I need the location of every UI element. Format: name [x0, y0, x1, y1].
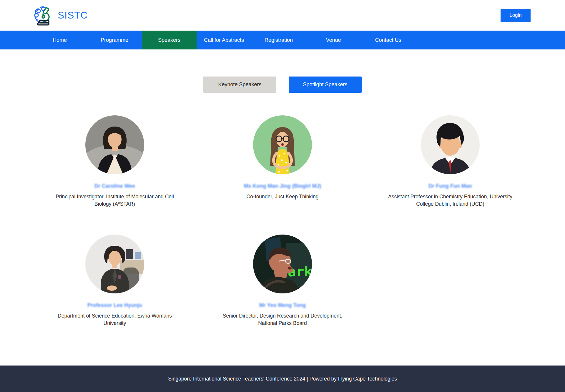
speaker-photo: [421, 115, 480, 174]
speaker-name[interactable]: Dr Caroline Wee: [94, 183, 135, 189]
speaker-card: ark Mr Yeo Meng Tong Senior Director, De…: [199, 235, 366, 327]
main-nav: Home Programme Speakers Call for Abstrac…: [0, 31, 565, 49]
microscope-scribble-icon: [33, 5, 54, 26]
nav-item-contact-us[interactable]: Contact Us: [361, 31, 416, 49]
tab-keynote-speakers[interactable]: Keynote Speakers: [203, 77, 276, 93]
nav-item-programme[interactable]: Programme: [87, 31, 142, 49]
speaker-card: Dr Fung Fun Man Assistant Professor in C…: [366, 115, 534, 208]
speaker-photo: ark: [253, 235, 312, 293]
speaker-photo: [253, 115, 312, 174]
nav-item-speakers[interactable]: Speakers: [142, 31, 197, 49]
tab-spotlight-speakers[interactable]: Spotlight Speakers: [289, 77, 362, 93]
speaker-title: Assistant Professor in Chemistry Educati…: [387, 193, 514, 208]
speaker-title: Senior Director, Design Research and Dev…: [219, 312, 346, 327]
footer-text: Singapore International Science Teachers…: [168, 376, 397, 382]
speaker-name[interactable]: Ms Kong Man Jing (Biogirl MJ): [244, 183, 321, 189]
footer: Singapore International Science Teachers…: [0, 366, 565, 392]
header: SISTC Login: [0, 0, 565, 31]
speaker-card: Dr Caroline Wee Principal Investigator, …: [31, 115, 199, 208]
speaker-card: Professor Lee Hyunju Department of Scien…: [31, 235, 199, 327]
speaker-card: Ms Kong Man Jing (Biogirl MJ) Co-founder…: [199, 115, 366, 208]
speaker-name[interactable]: Dr Fung Fun Man: [428, 183, 472, 189]
speaker-photo: [85, 235, 144, 293]
speaker-title: Principal Investigator, Institute of Mol…: [51, 193, 178, 208]
speaker-name[interactable]: Professor Lee Hyunju: [87, 302, 142, 308]
speaker-title: Co-founder, Just Keep Thinking: [247, 193, 319, 200]
nav-item-registration[interactable]: Registration: [251, 31, 306, 49]
speakers-grid: Dr Caroline Wee Principal Investigator, …: [31, 115, 534, 327]
nav-item-call-for-abstracts[interactable]: Call for Abstracts: [197, 31, 251, 49]
nav-item-home[interactable]: Home: [32, 31, 87, 49]
brand-name: SISTC: [58, 10, 88, 21]
speaker-title: Department of Science Education, Ewha Wo…: [51, 312, 178, 327]
login-button[interactable]: Login: [501, 9, 531, 22]
nav-item-venue[interactable]: Venue: [306, 31, 361, 49]
speaker-type-tabs: Keynote Speakers Spotlight Speakers: [0, 77, 565, 93]
speaker-name[interactable]: Mr Yeo Meng Tong: [259, 302, 306, 308]
speaker-photo: [85, 115, 144, 174]
brand-logo[interactable]: SISTC: [33, 5, 88, 26]
